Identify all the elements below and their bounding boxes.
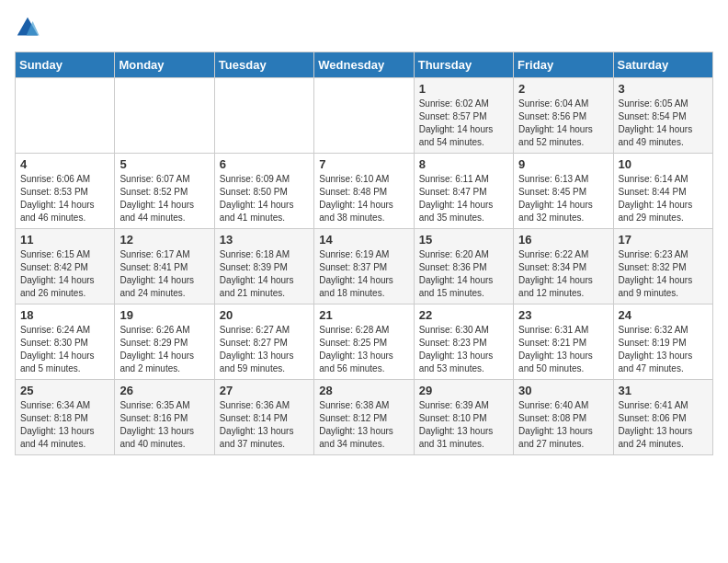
day-number: 22 — [419, 308, 508, 322]
day-detail: Sunrise: 6:13 AM Sunset: 8:45 PM Dayligh… — [518, 173, 608, 224]
day-detail: Sunrise: 6:06 AM Sunset: 8:53 PM Dayligh… — [20, 173, 109, 224]
day-number: 19 — [119, 308, 209, 322]
day-detail: Sunrise: 6:36 AM Sunset: 8:14 PM Dayligh… — [220, 399, 309, 451]
calendar-cell: 23Sunrise: 6:31 AM Sunset: 8:21 PM Dayli… — [514, 304, 613, 380]
calendar-week-row: 4Sunrise: 6:06 AM Sunset: 8:53 PM Daylig… — [16, 154, 713, 229]
calendar-cell: 24Sunrise: 6:32 AM Sunset: 8:19 PM Dayli… — [613, 304, 712, 380]
day-number: 18 — [20, 308, 109, 322]
day-number: 16 — [518, 233, 608, 247]
day-detail: Sunrise: 6:04 AM Sunset: 8:56 PM Dayligh… — [518, 98, 608, 149]
day-number: 26 — [119, 384, 209, 397]
day-detail: Sunrise: 6:35 AM Sunset: 8:16 PM Dayligh… — [119, 399, 209, 451]
day-number: 15 — [419, 233, 508, 247]
calendar-cell — [214, 78, 313, 154]
calendar-cell: 13Sunrise: 6:18 AM Sunset: 8:39 PM Dayli… — [214, 229, 313, 304]
calendar-cell: 18Sunrise: 6:24 AM Sunset: 8:30 PM Dayli… — [16, 304, 115, 380]
day-number: 27 — [220, 384, 309, 397]
calendar-cell: 6Sunrise: 6:09 AM Sunset: 8:50 PM Daylig… — [214, 154, 313, 229]
calendar-week-row: 1Sunrise: 6:02 AM Sunset: 8:57 PM Daylig… — [16, 78, 713, 154]
day-number: 9 — [518, 157, 608, 171]
day-detail: Sunrise: 6:11 AM Sunset: 8:47 PM Dayligh… — [419, 173, 508, 224]
day-detail: Sunrise: 6:19 AM Sunset: 8:37 PM Dayligh… — [319, 248, 408, 300]
day-number: 1 — [419, 82, 508, 96]
calendar-cell: 11Sunrise: 6:15 AM Sunset: 8:42 PM Dayli… — [16, 229, 115, 304]
weekday-header: Saturday — [613, 52, 712, 78]
calendar-cell: 2Sunrise: 6:04 AM Sunset: 8:56 PM Daylig… — [514, 78, 613, 154]
calendar-cell: 15Sunrise: 6:20 AM Sunset: 8:36 PM Dayli… — [414, 229, 513, 304]
day-number: 28 — [319, 384, 408, 397]
day-detail: Sunrise: 6:24 AM Sunset: 8:30 PM Dayligh… — [20, 324, 109, 375]
calendar-cell: 3Sunrise: 6:05 AM Sunset: 8:54 PM Daylig… — [613, 78, 712, 154]
calendar-cell: 25Sunrise: 6:34 AM Sunset: 8:18 PM Dayli… — [16, 380, 115, 455]
calendar-cell: 1Sunrise: 6:02 AM Sunset: 8:57 PM Daylig… — [414, 78, 513, 154]
day-detail: Sunrise: 6:32 AM Sunset: 8:19 PM Dayligh… — [619, 324, 708, 375]
day-number: 7 — [319, 157, 408, 171]
calendar-cell: 20Sunrise: 6:27 AM Sunset: 8:27 PM Dayli… — [214, 304, 313, 380]
day-number: 12 — [119, 233, 209, 247]
calendar-cell: 29Sunrise: 6:39 AM Sunset: 8:10 PM Dayli… — [414, 380, 513, 455]
calendar-cell: 9Sunrise: 6:13 AM Sunset: 8:45 PM Daylig… — [514, 154, 613, 229]
calendar-cell — [314, 78, 414, 154]
weekday-header-row: SundayMondayTuesdayWednesdayThursdayFrid… — [16, 52, 713, 78]
day-number: 23 — [518, 308, 608, 322]
day-number: 21 — [319, 308, 408, 322]
day-number: 24 — [619, 308, 708, 322]
day-number: 30 — [518, 384, 608, 397]
day-detail: Sunrise: 6:41 AM Sunset: 8:06 PM Dayligh… — [619, 399, 708, 451]
day-number: 20 — [220, 308, 309, 322]
day-detail: Sunrise: 6:23 AM Sunset: 8:32 PM Dayligh… — [619, 248, 708, 300]
calendar-cell: 10Sunrise: 6:14 AM Sunset: 8:44 PM Dayli… — [613, 154, 712, 229]
day-detail: Sunrise: 6:07 AM Sunset: 8:52 PM Dayligh… — [119, 173, 209, 224]
day-detail: Sunrise: 6:38 AM Sunset: 8:12 PM Dayligh… — [319, 399, 408, 451]
day-detail: Sunrise: 6:31 AM Sunset: 8:21 PM Dayligh… — [518, 324, 608, 375]
day-detail: Sunrise: 6:18 AM Sunset: 8:39 PM Dayligh… — [220, 248, 309, 300]
day-detail: Sunrise: 6:22 AM Sunset: 8:34 PM Dayligh… — [518, 248, 608, 300]
day-number: 6 — [220, 157, 309, 171]
calendar-week-row: 11Sunrise: 6:15 AM Sunset: 8:42 PM Dayli… — [16, 229, 713, 304]
day-detail: Sunrise: 6:05 AM Sunset: 8:54 PM Dayligh… — [619, 98, 708, 149]
weekday-header: Wednesday — [314, 52, 414, 78]
day-number: 25 — [20, 384, 109, 397]
weekday-header: Tuesday — [214, 52, 313, 78]
calendar-cell: 19Sunrise: 6:26 AM Sunset: 8:29 PM Dayli… — [115, 304, 214, 380]
day-detail: Sunrise: 6:30 AM Sunset: 8:23 PM Dayligh… — [419, 324, 508, 375]
calendar-cell: 28Sunrise: 6:38 AM Sunset: 8:12 PM Dayli… — [314, 380, 414, 455]
day-number: 17 — [619, 233, 708, 247]
day-number: 29 — [419, 384, 508, 397]
day-detail: Sunrise: 6:20 AM Sunset: 8:36 PM Dayligh… — [419, 248, 508, 300]
day-detail: Sunrise: 6:27 AM Sunset: 8:27 PM Dayligh… — [220, 324, 309, 375]
logo-icon — [15, 15, 40, 40]
logo — [15, 15, 42, 40]
calendar-cell: 31Sunrise: 6:41 AM Sunset: 8:06 PM Dayli… — [613, 380, 712, 455]
day-detail: Sunrise: 6:14 AM Sunset: 8:44 PM Dayligh… — [619, 173, 708, 224]
weekday-header: Sunday — [16, 52, 115, 78]
calendar-cell — [16, 78, 115, 154]
calendar-cell: 4Sunrise: 6:06 AM Sunset: 8:53 PM Daylig… — [16, 154, 115, 229]
calendar-cell: 30Sunrise: 6:40 AM Sunset: 8:08 PM Dayli… — [514, 380, 613, 455]
calendar-cell: 5Sunrise: 6:07 AM Sunset: 8:52 PM Daylig… — [115, 154, 214, 229]
calendar-cell: 16Sunrise: 6:22 AM Sunset: 8:34 PM Dayli… — [514, 229, 613, 304]
calendar-cell: 22Sunrise: 6:30 AM Sunset: 8:23 PM Dayli… — [414, 304, 513, 380]
day-detail: Sunrise: 6:26 AM Sunset: 8:29 PM Dayligh… — [119, 324, 209, 375]
weekday-header: Monday — [115, 52, 214, 78]
day-number: 2 — [518, 82, 608, 96]
calendar-cell: 17Sunrise: 6:23 AM Sunset: 8:32 PM Dayli… — [613, 229, 712, 304]
weekday-header: Thursday — [414, 52, 513, 78]
day-number: 5 — [119, 157, 209, 171]
page-header — [15, 15, 713, 40]
calendar-week-row: 18Sunrise: 6:24 AM Sunset: 8:30 PM Dayli… — [16, 304, 713, 380]
day-detail: Sunrise: 6:02 AM Sunset: 8:57 PM Dayligh… — [419, 98, 508, 149]
day-number: 11 — [20, 233, 109, 247]
day-detail: Sunrise: 6:34 AM Sunset: 8:18 PM Dayligh… — [20, 399, 109, 451]
calendar-cell: 14Sunrise: 6:19 AM Sunset: 8:37 PM Dayli… — [314, 229, 414, 304]
day-detail: Sunrise: 6:15 AM Sunset: 8:42 PM Dayligh… — [20, 248, 109, 300]
day-number: 8 — [419, 157, 508, 171]
calendar-cell: 21Sunrise: 6:28 AM Sunset: 8:25 PM Dayli… — [314, 304, 414, 380]
day-number: 3 — [619, 82, 708, 96]
day-detail: Sunrise: 6:17 AM Sunset: 8:41 PM Dayligh… — [119, 248, 209, 300]
day-number: 10 — [619, 157, 708, 171]
calendar-cell: 26Sunrise: 6:35 AM Sunset: 8:16 PM Dayli… — [115, 380, 214, 455]
calendar-cell: 12Sunrise: 6:17 AM Sunset: 8:41 PM Dayli… — [115, 229, 214, 304]
day-number: 31 — [619, 384, 708, 397]
day-number: 4 — [20, 157, 109, 171]
